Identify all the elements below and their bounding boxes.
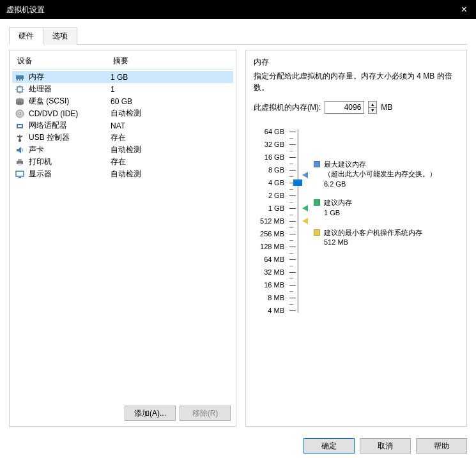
close-icon[interactable]: × (459, 4, 470, 15)
legend-rec-value: 1 GB (324, 208, 352, 218)
device-summary: 存在 (111, 156, 231, 167)
spinner-up-icon[interactable]: ▲ (369, 102, 376, 108)
svg-rect-15 (18, 125, 22, 127)
slider-tick-label: 1 GB (254, 202, 284, 215)
slider-tick-label: 32 MB (254, 266, 284, 279)
help-button[interactable]: 帮助 (416, 438, 467, 454)
device-name: 内存 (29, 72, 111, 82)
svg-rect-1 (17, 79, 18, 80)
device-row[interactable]: 处理器1 (12, 83, 233, 95)
memory-slider[interactable] (289, 125, 305, 317)
cd-icon (15, 109, 25, 119)
device-name: CD/DVD (IDE) (29, 109, 111, 118)
memory-description: 指定分配给此虚拟机的内存量。内存大小必须为 4 MB 的倍数。 (254, 70, 459, 93)
device-row[interactable]: 显示器自动检测 (12, 168, 233, 180)
svg-point-13 (19, 112, 21, 114)
slider-tick-label: 4 MB (254, 304, 284, 317)
marker-max-icon (302, 172, 308, 178)
slider-tick-label: 128 MB (254, 240, 284, 253)
dialog-button-row: 确定 取消 帮助 (0, 432, 476, 458)
legend-max-swatch (314, 161, 320, 167)
device-name: 打印机 (29, 156, 111, 167)
slider-tick-label: 32 GB (254, 138, 284, 151)
device-name: 网络适配器 (29, 120, 111, 131)
svg-rect-22 (18, 159, 22, 161)
titlebar: 虚拟机设置 × (0, 0, 476, 19)
display-icon (15, 169, 25, 179)
device-summary: 存在 (111, 132, 231, 143)
device-name: 硬盘 (SCSI) (29, 96, 111, 107)
column-device: 设备 (17, 56, 113, 66)
legend-max-label: 最大建议内存 (324, 160, 436, 169)
cancel-button[interactable]: 取消 (360, 438, 411, 454)
device-row[interactable]: CD/DVD (IDE)自动检测 (12, 107, 233, 119)
memory-panel: 内存 指定分配给此虚拟机的内存量。内存大小必须为 4 MB 的倍数。 此虚拟机的… (245, 50, 467, 427)
device-name: 显示器 (29, 169, 111, 179)
disk-icon (15, 96, 25, 107)
device-summary: 自动检测 (111, 144, 231, 155)
dialog-body: 硬件 选项 设备 摘要 内存1 GB处理器1硬盘 (SCSI)60 GBCD/D… (0, 19, 476, 432)
device-summary: NAT (111, 121, 231, 130)
device-summary: 1 GB (111, 73, 231, 82)
device-summary: 60 GB (111, 97, 231, 106)
device-row[interactable]: 声卡自动检测 (12, 144, 233, 156)
nic-icon (15, 121, 25, 131)
add-button[interactable]: 添加(A)... (125, 406, 176, 421)
tab-strip: 硬件 选项 (9, 27, 467, 45)
slider-tick-label: 256 MB (254, 227, 284, 240)
slider-tick-label: 8 GB (254, 164, 284, 176)
remove-button[interactable]: 移除(R) (180, 406, 231, 421)
tab-options[interactable]: 选项 (43, 27, 77, 45)
svg-rect-0 (16, 75, 24, 79)
legend-rec-label: 建议内存 (324, 198, 352, 208)
slider-thumb[interactable] (293, 179, 302, 186)
memory-unit: MB (381, 103, 392, 112)
device-row[interactable]: 硬盘 (SCSI)60 GB (12, 95, 233, 107)
ok-button[interactable]: 确定 (303, 438, 355, 454)
svg-rect-25 (19, 177, 21, 178)
device-row[interactable]: USB 控制器存在 (12, 132, 233, 144)
svg-rect-3 (22, 79, 23, 80)
memory-spinner[interactable]: ▲ ▼ (368, 101, 377, 114)
legend-max-note: （超出此大小可能发生内存交换。） (324, 169, 436, 179)
svg-rect-24 (16, 171, 24, 176)
slider-tick-label: 512 MB (254, 215, 284, 227)
slider-tick-labels: 64 GB32 GB16 GB8 GB4 GB2 GB1 GB512 MB256… (254, 125, 284, 317)
marker-min-icon (302, 218, 308, 224)
svg-rect-23 (18, 164, 22, 165)
slider-tick-label: 8 MB (254, 291, 284, 304)
slider-tick-label: 16 GB (254, 151, 284, 164)
svg-point-11 (16, 102, 24, 105)
device-table-header: 设备 摘要 (12, 53, 233, 70)
device-name: USB 控制器 (29, 132, 111, 143)
device-panel: 设备 摘要 内存1 GB处理器1硬盘 (SCSI)60 GBCD/DVD (ID… (9, 50, 236, 427)
device-summary: 自动检测 (111, 108, 231, 119)
usb-icon (15, 133, 25, 143)
device-row[interactable]: 网络适配器NAT (12, 119, 233, 132)
device-name: 处理器 (29, 84, 111, 95)
slider-tick-label: 64 MB (254, 253, 284, 266)
memory-legend: 最大建议内存 （超出此大小可能发生内存交换。） 6.2 GB 建议内存 1 GB (314, 125, 459, 317)
memory-input[interactable] (325, 101, 364, 114)
window-title: 虚拟机设置 (6, 4, 45, 15)
slider-tick-label: 64 GB (254, 125, 284, 138)
tab-hardware[interactable]: 硬件 (9, 27, 43, 45)
column-summary: 摘要 (113, 56, 228, 66)
device-summary: 1 (111, 85, 231, 94)
memory-input-label: 此虚拟机的内存(M): (254, 102, 321, 113)
legend-min-value: 512 MB (324, 238, 422, 247)
spinner-down-icon[interactable]: ▼ (369, 108, 376, 114)
slider-tick-label: 4 GB (254, 176, 284, 189)
printer-icon (15, 157, 25, 167)
legend-max-value: 6.2 GB (324, 179, 436, 189)
sound-icon (15, 145, 25, 155)
device-list: 内存1 GB处理器1硬盘 (SCSI)60 GBCD/DVD (IDE)自动检测… (10, 70, 236, 401)
device-row[interactable]: 打印机存在 (12, 156, 233, 168)
svg-rect-2 (19, 79, 20, 80)
marker-rec-icon (302, 205, 308, 211)
memory-icon (15, 72, 25, 82)
device-row[interactable]: 内存1 GB (12, 71, 233, 83)
legend-min-swatch (314, 229, 320, 236)
cpu-icon (15, 84, 25, 95)
svg-rect-4 (17, 87, 22, 92)
